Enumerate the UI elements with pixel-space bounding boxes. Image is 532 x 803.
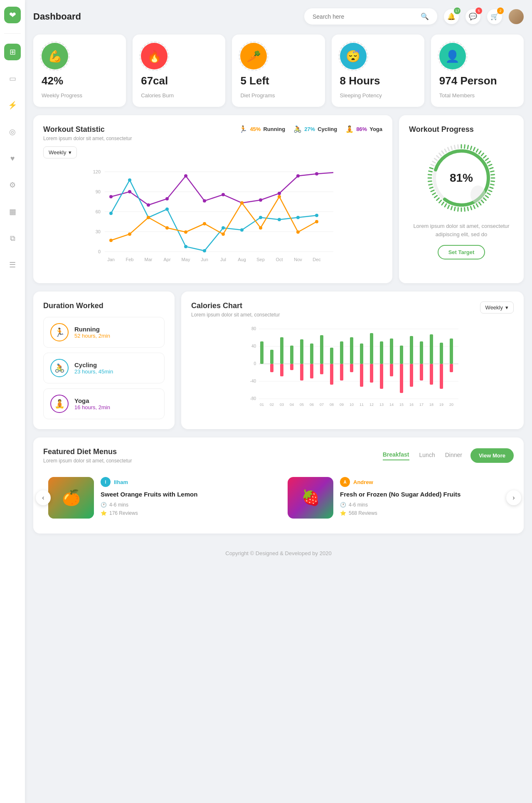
svg-point-45 xyxy=(315,214,318,217)
search-input[interactable] xyxy=(313,13,416,20)
svg-point-48 xyxy=(147,216,150,219)
svg-rect-164 xyxy=(420,364,423,380)
svg-line-119 xyxy=(454,146,455,149)
sidebar-item-dashboard[interactable]: ⊞ xyxy=(4,44,21,60)
svg-text:Oct: Oct xyxy=(276,257,283,262)
calories-chevron-icon: ▾ xyxy=(505,304,508,311)
svg-line-68 xyxy=(481,153,483,156)
svg-line-67 xyxy=(479,151,481,153)
user-avatar[interactable] xyxy=(509,9,524,24)
sidebar-item-bar[interactable]: ▦ xyxy=(4,203,21,220)
chevron-down-icon: ▾ xyxy=(69,149,71,156)
svg-rect-159 xyxy=(400,346,403,364)
cart-button[interactable]: 🛒 2 xyxy=(487,9,502,24)
svg-point-44 xyxy=(296,216,300,219)
clock-icon-2: 🕐 xyxy=(340,502,346,508)
yoga-duration-info: Yoga 16 hours, 2min xyxy=(74,397,110,410)
sidebar-item-heart[interactable]: ♥ xyxy=(4,150,21,167)
weekly-dropdown[interactable]: Weekly ▾ xyxy=(43,146,77,158)
diet-prev-button[interactable]: ‹ xyxy=(36,490,51,505)
svg-point-50 xyxy=(184,230,187,234)
svg-rect-140 xyxy=(300,364,303,380)
calories-chart-title: Calories Chart xyxy=(191,301,280,310)
avatar-image xyxy=(509,9,524,24)
svg-line-82 xyxy=(485,195,488,198)
yoga-time: 16 hours, 2min xyxy=(74,404,110,410)
svg-point-28 xyxy=(222,193,225,196)
svg-line-74 xyxy=(490,171,494,172)
svg-point-23 xyxy=(128,190,131,193)
running-time: 52 hours, 2min xyxy=(74,333,110,339)
main-content: Dashboard 🔍 🔔 17 💬 5 🛒 2 💪 xyxy=(25,0,532,573)
svg-text:Jun: Jun xyxy=(201,257,208,262)
diet-item-2: 🍓 A Andrew Fresh or Frozen (No Sugar Add… xyxy=(283,472,514,524)
sidebar-item-sliders[interactable]: ⚡ xyxy=(4,97,21,114)
featured-diet-card: Featured Diet Menus Lorem ipsum dolor si… xyxy=(33,437,524,534)
footer-text: Copyright © Designed & Developed by 2020 xyxy=(225,550,331,556)
running-legend-icon: 🏃 xyxy=(239,125,247,133)
cycling-name: Cycling xyxy=(74,361,113,368)
svg-text:02: 02 xyxy=(270,403,274,407)
notification-button[interactable]: 🔔 17 xyxy=(444,9,459,24)
sidebar-item-globe[interactable]: ◎ xyxy=(4,124,21,140)
svg-rect-163 xyxy=(420,341,423,364)
app-logo[interactable]: ❤ xyxy=(4,7,21,23)
tab-dinner[interactable]: Dinner xyxy=(445,452,462,460)
sidebar-item-gear[interactable]: ⚙ xyxy=(4,177,21,193)
svg-text:Sep: Sep xyxy=(256,257,265,262)
duration-title: Duration Worked xyxy=(43,301,165,310)
svg-line-73 xyxy=(490,168,493,168)
sidebar-item-layers[interactable]: ⧉ xyxy=(4,230,21,247)
workout-progress-desc: Lorem ipsum dolor sit amet, consectetur … xyxy=(409,222,514,238)
diet-item-2-review-count: 568 Reviews xyxy=(349,510,377,516)
yoga-legend-label: Yoga xyxy=(369,126,382,132)
weekly-progress-label: Weekly Progress xyxy=(42,92,82,99)
svg-point-38 xyxy=(184,245,187,248)
tab-lunch[interactable]: Lunch xyxy=(419,452,435,460)
svg-point-46 xyxy=(109,239,113,242)
view-more-button[interactable]: View More xyxy=(470,448,514,463)
logo-icon: ❤ xyxy=(9,10,16,20)
svg-rect-137 xyxy=(290,346,293,364)
calories-label: Calories Burn xyxy=(141,92,174,99)
duration-list: 🏃 Running 52 hours, 2min 🚴 Cycling 23 ho… xyxy=(43,317,165,419)
svg-text:90: 90 xyxy=(96,189,101,194)
sidebar-item-monitor[interactable]: ▭ xyxy=(4,70,21,87)
svg-text:Nov: Nov xyxy=(294,257,302,262)
svg-point-56 xyxy=(296,230,300,234)
svg-rect-162 xyxy=(410,364,413,387)
calories-value: 67cal xyxy=(141,74,168,87)
calories-icon: 🔥 xyxy=(141,43,167,69)
diet-item-2-name: Fresh or Frozen (No Sugar Added) Fruits xyxy=(340,490,509,499)
calories-weekly-dropdown[interactable]: Weekly ▾ xyxy=(480,301,514,314)
svg-line-66 xyxy=(476,149,478,152)
yoga-duration-icon: 🧘 xyxy=(50,395,69,413)
svg-rect-156 xyxy=(380,364,383,389)
svg-point-51 xyxy=(203,222,206,225)
svg-rect-167 xyxy=(440,343,443,364)
svg-rect-139 xyxy=(300,339,303,364)
svg-rect-146 xyxy=(330,364,333,385)
sidebar-item-stack[interactable]: ☰ xyxy=(4,257,21,273)
svg-text:Dec: Dec xyxy=(313,257,321,262)
svg-line-102 xyxy=(431,190,434,191)
diet-item-2-username: Andrew xyxy=(353,479,373,485)
svg-line-120 xyxy=(458,145,458,148)
svg-line-81 xyxy=(487,193,490,195)
gear-icon: ⚙ xyxy=(9,180,16,190)
svg-rect-145 xyxy=(330,348,333,364)
diet-next-button[interactable]: › xyxy=(506,490,521,505)
diet-item-2-duration: 4-6 mins xyxy=(349,502,368,508)
svg-point-30 xyxy=(259,198,262,202)
tab-breakfast[interactable]: Breakfast xyxy=(383,451,409,460)
diet-header: Featured Diet Menus Lorem ipsum dolor si… xyxy=(43,447,514,464)
svg-rect-158 xyxy=(390,364,393,376)
message-badge: 5 xyxy=(475,7,482,14)
message-button[interactable]: 💬 5 xyxy=(466,9,480,24)
set-target-button[interactable]: Set Target xyxy=(438,245,485,259)
workout-progress-card: Workout Progress // This will be generat… xyxy=(399,115,524,283)
sleep-label: Sleeping Potency xyxy=(340,92,382,99)
diet-title: Featured Diet Menus xyxy=(43,447,132,456)
search-box[interactable]: 🔍 xyxy=(304,8,437,25)
svg-text:120: 120 xyxy=(93,169,101,174)
